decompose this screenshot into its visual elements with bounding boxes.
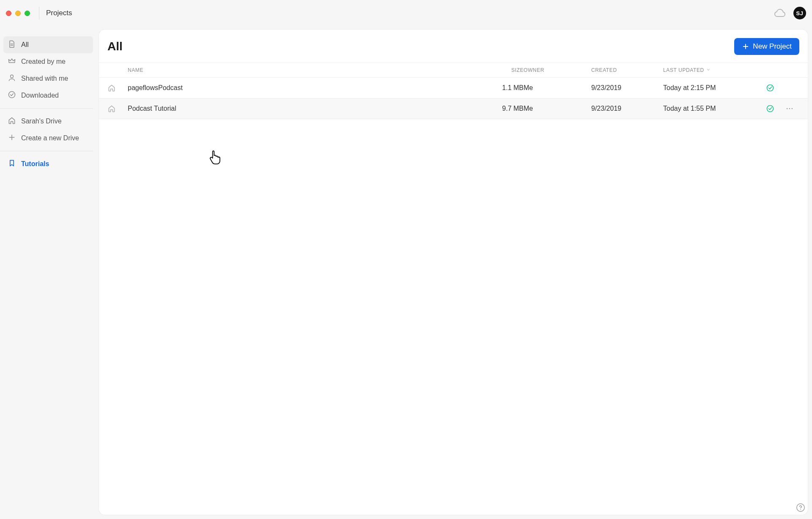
sidebar-item-create-drive[interactable]: Create a new Drive <box>3 130 93 147</box>
project-owner: Me <box>524 84 591 92</box>
column-created[interactable]: Created <box>591 67 663 73</box>
download-check-icon <box>8 90 16 101</box>
project-owner: Me <box>524 105 591 112</box>
window-close-button[interactable] <box>6 11 11 16</box>
sidebar-item-drive[interactable]: Sarah's Drive <box>3 113 93 130</box>
sidebar: All Created by me Shared with me <box>0 26 96 519</box>
row-more-button[interactable] <box>785 104 794 113</box>
column-last-updated-label: Last Updated <box>663 67 704 73</box>
svg-point-2 <box>767 85 774 91</box>
window-zoom-button[interactable] <box>25 11 30 16</box>
projects-panel: All New Project Name Size Owner Created … <box>99 30 808 515</box>
sidebar-item-label: All <box>21 41 29 49</box>
sidebar-item-label: Tutorials <box>21 160 49 168</box>
user-avatar[interactable]: SJ <box>793 7 806 19</box>
home-icon <box>107 84 128 92</box>
sidebar-divider <box>0 108 93 109</box>
project-size: 9.7 MB <box>464 105 524 112</box>
column-name[interactable]: Name <box>128 67 464 73</box>
project-name: Podcast Tutorial <box>128 105 464 112</box>
window-controls <box>6 11 30 16</box>
cloud-sync-icon[interactable] <box>774 9 786 17</box>
window-minimize-button[interactable] <box>15 11 21 16</box>
sidebar-divider <box>0 151 93 151</box>
svg-point-4 <box>787 108 788 109</box>
project-created: 9/23/2019 <box>591 84 663 92</box>
svg-point-3 <box>767 106 774 112</box>
svg-point-1 <box>9 92 15 98</box>
sidebar-item-label: Downloaded <box>21 92 59 99</box>
sidebar-item-downloaded[interactable]: Downloaded <box>3 87 93 104</box>
crown-icon <box>8 57 16 67</box>
title-divider <box>39 7 39 19</box>
sync-ok-icon <box>760 84 780 92</box>
table-row[interactable]: pageflowsPodcast 1.1 MB Me 9/23/2019 Tod… <box>99 78 808 98</box>
new-project-button[interactable]: New Project <box>734 38 799 55</box>
new-project-label: New Project <box>753 42 792 51</box>
column-size[interactable]: Size <box>464 67 524 73</box>
project-name: pageflowsPodcast <box>128 84 464 92</box>
table-header: Name Size Owner Created Last Updated <box>99 63 808 78</box>
plus-icon <box>8 133 16 143</box>
sidebar-item-label: Created by me <box>21 58 66 66</box>
project-updated: Today at 2:15 PM <box>663 84 760 92</box>
plus-icon <box>742 43 749 50</box>
project-size: 1.1 MB <box>464 84 524 92</box>
svg-point-8 <box>800 509 801 510</box>
table-row[interactable]: Podcast Tutorial 9.7 MB Me 9/23/2019 Tod… <box>99 98 808 119</box>
page-title: All <box>107 40 123 53</box>
sidebar-item-label: Sarah's Drive <box>21 117 62 125</box>
svg-point-6 <box>792 108 793 109</box>
svg-point-5 <box>789 108 790 109</box>
breadcrumb-root[interactable]: Projects <box>46 9 72 17</box>
chevron-down-icon <box>706 67 710 73</box>
column-last-updated[interactable]: Last Updated <box>663 67 760 73</box>
help-button[interactable] <box>796 503 805 512</box>
person-icon <box>8 74 16 84</box>
bookmark-icon <box>8 159 16 169</box>
sidebar-item-all[interactable]: All <box>3 36 93 53</box>
column-owner[interactable]: Owner <box>524 67 591 73</box>
sidebar-item-tutorials[interactable]: Tutorials <box>3 156 93 172</box>
svg-point-0 <box>11 75 14 78</box>
sidebar-item-label: Shared with me <box>21 75 68 82</box>
sidebar-item-label: Create a new Drive <box>21 134 79 142</box>
document-icon <box>8 40 16 50</box>
home-icon <box>8 116 16 126</box>
sync-ok-icon <box>760 104 780 113</box>
sidebar-item-created-by-me[interactable]: Created by me <box>3 53 93 70</box>
titlebar: Projects SJ <box>0 0 812 26</box>
project-updated: Today at 1:55 PM <box>663 105 760 112</box>
sidebar-item-shared-with-me[interactable]: Shared with me <box>3 70 93 87</box>
home-icon <box>107 104 128 113</box>
user-initials: SJ <box>796 10 804 16</box>
table-body: pageflowsPodcast 1.1 MB Me 9/23/2019 Tod… <box>99 78 808 119</box>
project-created: 9/23/2019 <box>591 105 663 112</box>
